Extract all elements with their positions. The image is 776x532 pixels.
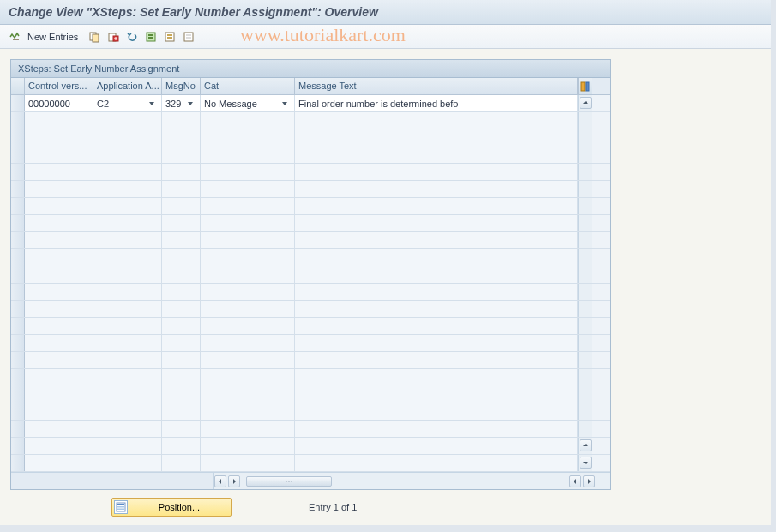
row-selector[interactable] [11,352,25,368]
cell-msgno[interactable]: 329 [162,95,201,111]
cell-msgno[interactable] [162,112,201,129]
hscroll-left-button[interactable] [214,475,226,487]
cell-msgno[interactable] [162,301,201,317]
cell-control-version[interactable] [25,455,93,471]
select-all-rows[interactable] [11,78,25,94]
cell-msgno[interactable] [162,146,201,163]
cell-msgno[interactable] [162,198,201,214]
cell-cat[interactable] [201,403,295,420]
hscroll-right-inner-button[interactable] [228,475,240,487]
cell-control-version[interactable] [25,266,93,283]
cell-message-text[interactable] [295,318,578,334]
row-selector[interactable] [11,112,25,129]
row-selector[interactable] [11,164,25,180]
cell-message-text[interactable] [295,249,578,266]
cell-cat[interactable] [201,232,295,248]
row-selector[interactable] [11,335,25,351]
cell-message-text[interactable] [295,403,578,420]
cell-cat[interactable] [201,369,295,386]
cell-cat[interactable] [201,335,295,351]
cell-control-version[interactable]: 00000000 [25,95,93,111]
cell-application-area[interactable] [93,198,162,214]
cell-control-version[interactable] [25,301,93,317]
cell-message-text[interactable] [295,146,578,163]
col-header-application-area[interactable]: Application A... [93,78,162,94]
cell-message-text[interactable] [295,352,578,368]
configure-columns-icon[interactable] [578,78,592,94]
cell-msgno[interactable] [162,284,201,300]
cell-message-text[interactable] [295,266,578,283]
cell-application-area[interactable] [93,352,162,368]
cell-msgno[interactable] [162,249,201,266]
row-selector[interactable] [11,146,25,163]
cell-cat[interactable] [201,129,295,146]
cell-control-version[interactable] [25,215,93,231]
cell-cat[interactable] [201,164,295,180]
cell-message-text[interactable] [295,215,578,231]
hscroll-left-end-button[interactable] [569,475,581,487]
row-selector[interactable] [11,198,25,214]
new-entries-button[interactable]: New Entries [27,32,78,42]
cell-control-version[interactable] [25,284,93,300]
deselect-all-icon[interactable] [181,29,196,45]
cell-cat[interactable] [201,386,295,403]
copy-as-icon[interactable] [87,29,102,45]
cell-control-version[interactable] [25,335,93,351]
cell-cat[interactable] [201,421,295,437]
cell-control-version[interactable] [25,181,93,197]
undo-icon[interactable] [124,29,140,45]
row-selector[interactable] [11,403,25,420]
cell-cat[interactable] [201,352,295,368]
row-selector[interactable] [11,249,25,266]
cell-msgno[interactable] [162,421,201,437]
row-selector[interactable] [11,232,25,248]
cell-message-text[interactable] [295,164,578,180]
cell-control-version[interactable] [25,164,93,180]
cell-msgno[interactable] [162,215,201,231]
cell-control-version[interactable] [25,386,93,403]
cell-msgno[interactable] [162,129,201,146]
cell-cat[interactable] [201,146,295,163]
cell-msgno[interactable] [162,335,201,351]
cell-application-area[interactable] [93,266,162,283]
cell-msgno[interactable] [162,386,201,403]
hscroll-track[interactable] [243,475,567,488]
cell-message-text[interactable] [295,421,578,437]
row-selector[interactable] [11,455,25,471]
row-selector[interactable] [11,284,25,300]
cell-message-text[interactable] [295,386,578,403]
cell-cat[interactable] [201,249,295,266]
row-selector[interactable] [11,318,25,334]
cell-application-area[interactable] [93,146,162,163]
cell-application-area[interactable] [93,301,162,317]
col-header-control-version[interactable]: Control vers... [25,78,93,94]
cell-cat[interactable] [201,318,295,334]
vscroll-up-end-button[interactable] [578,438,592,454]
cell-message-text[interactable] [295,335,578,351]
cell-application-area[interactable] [93,403,162,420]
cell-msgno[interactable] [162,164,201,180]
cell-application-area[interactable] [93,455,162,471]
col-header-message-text[interactable]: Message Text [295,78,578,94]
position-button[interactable]: Position... [111,498,232,517]
hscroll-right-button[interactable] [583,475,595,487]
row-selector[interactable] [11,129,25,146]
cell-message-text[interactable] [295,438,578,454]
cell-message-text[interactable] [295,112,578,129]
row-selector[interactable] [11,181,25,197]
cell-message-text[interactable] [295,232,578,248]
cell-cat[interactable] [201,266,295,283]
cell-msgno[interactable] [162,403,201,420]
cell-message-text[interactable] [295,369,578,386]
vscroll-down-button[interactable] [578,455,592,471]
cell-control-version[interactable] [25,318,93,334]
cell-control-version[interactable] [25,369,93,386]
cell-application-area[interactable] [93,164,162,180]
col-header-msgno[interactable]: MsgNo [162,78,201,94]
toggle-view-icon[interactable] [7,29,22,45]
hscroll-thumb[interactable] [246,476,332,487]
row-selector[interactable] [11,95,25,111]
cell-control-version[interactable] [25,438,93,454]
row-selector[interactable] [11,369,25,386]
cell-message-text[interactable] [295,198,578,214]
